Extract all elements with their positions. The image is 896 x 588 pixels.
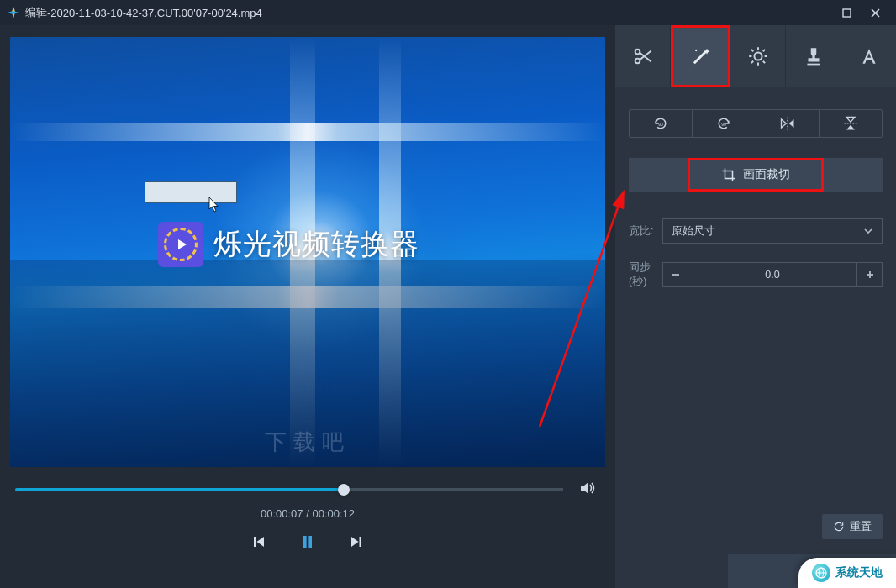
title-app: 编辑 bbox=[25, 5, 47, 20]
desktop-textbox bbox=[145, 181, 237, 203]
sync-increase-button[interactable] bbox=[856, 263, 882, 286]
svg-rect-5 bbox=[254, 537, 256, 547]
svg-marker-33 bbox=[846, 118, 855, 123]
svg-line-13 bbox=[639, 53, 651, 62]
title-filename: 2020-11-03-10-42-37.CUT.00'07-00'24.mp4 bbox=[50, 7, 261, 19]
refresh-icon bbox=[833, 521, 845, 533]
svg-point-17 bbox=[754, 52, 762, 60]
svg-rect-26 bbox=[807, 64, 820, 66]
aspect-value: 原始尺寸 bbox=[672, 224, 715, 239]
sync-stepper[interactable]: 0.0 bbox=[662, 262, 883, 287]
svg-line-15 bbox=[693, 51, 705, 63]
svg-text:90: 90 bbox=[658, 122, 663, 127]
rotate-ccw-icon: 90 bbox=[651, 115, 670, 132]
tab-text[interactable] bbox=[841, 25, 896, 87]
rotate-right-button[interactable]: 90 bbox=[693, 110, 756, 137]
mouse-cursor-icon bbox=[208, 197, 220, 213]
timeline-slider[interactable] bbox=[15, 488, 563, 491]
svg-line-24 bbox=[751, 61, 752, 63]
svg-point-11 bbox=[635, 50, 640, 55]
svg-rect-8 bbox=[308, 536, 312, 548]
time-display: 00:00:07 / 00:00:12 bbox=[0, 502, 615, 523]
tool-tabs bbox=[615, 25, 896, 87]
magic-wand-icon bbox=[689, 45, 713, 68]
flip-horizontal-button[interactable] bbox=[756, 110, 820, 137]
svg-rect-10 bbox=[360, 537, 362, 547]
svg-line-25 bbox=[762, 50, 764, 51]
stamp-icon bbox=[803, 45, 825, 67]
svg-marker-31 bbox=[788, 119, 793, 128]
time-total: 00:00:12 bbox=[312, 507, 355, 520]
rotate-left-button[interactable]: 90 bbox=[630, 110, 693, 137]
aspect-select[interactable]: 原始尺寸 bbox=[662, 218, 883, 244]
site-watermark-badge: 系统天地 bbox=[798, 558, 896, 588]
crop-button[interactable]: 画面裁切 bbox=[629, 158, 883, 192]
tab-cut[interactable] bbox=[615, 25, 671, 87]
svg-marker-34 bbox=[846, 125, 855, 130]
tools-panel: 90 90 画面裁切 宽比: 原始尺寸 bbox=[615, 25, 896, 588]
chevron-down-icon bbox=[863, 226, 873, 236]
svg-marker-1 bbox=[8, 11, 19, 14]
svg-line-23 bbox=[762, 61, 764, 63]
prev-frame-button[interactable] bbox=[247, 530, 271, 554]
next-frame-button[interactable] bbox=[345, 530, 368, 554]
reset-button[interactable]: 重置 bbox=[822, 514, 883, 539]
svg-rect-2 bbox=[843, 9, 851, 17]
tab-brightness[interactable] bbox=[730, 25, 786, 87]
badge-text: 系统天地 bbox=[835, 565, 883, 580]
overlay-app-brand: 烁光视频转换器 bbox=[158, 222, 419, 267]
svg-line-14 bbox=[639, 51, 651, 60]
svg-marker-9 bbox=[351, 537, 359, 547]
video-preview[interactable]: 烁光视频转换器 下载吧 bbox=[10, 37, 605, 467]
sync-value: 0.0 bbox=[688, 269, 856, 281]
plus-icon bbox=[865, 270, 875, 280]
sync-label: 同步(秒) bbox=[629, 260, 662, 289]
timeline-knob[interactable] bbox=[338, 484, 350, 496]
app-logo-icon bbox=[7, 6, 20, 19]
flip-horizontal-icon bbox=[778, 115, 797, 132]
svg-point-12 bbox=[635, 59, 640, 64]
svg-text:90: 90 bbox=[722, 122, 727, 127]
text-icon bbox=[858, 45, 880, 67]
svg-marker-30 bbox=[781, 119, 786, 128]
svg-point-16 bbox=[695, 50, 697, 51]
flip-vertical-button[interactable] bbox=[820, 110, 882, 137]
svg-line-22 bbox=[751, 50, 752, 51]
badge-globe-icon bbox=[812, 564, 830, 582]
preview-watermark: 下载吧 bbox=[265, 428, 350, 457]
aspect-label: 宽比: bbox=[629, 224, 662, 239]
sync-decrease-button[interactable] bbox=[663, 263, 688, 286]
tab-effects[interactable] bbox=[671, 25, 730, 87]
time-current: 00:00:07 bbox=[261, 507, 303, 520]
preview-panel: 烁光视频转换器 下载吧 00:00:07 / 00:00:12 bbox=[0, 25, 615, 588]
flip-vertical-icon bbox=[841, 115, 860, 132]
tab-watermark[interactable] bbox=[786, 25, 841, 87]
minus-icon bbox=[671, 270, 681, 280]
transform-buttons: 90 90 bbox=[629, 109, 883, 138]
titlebar: 编辑 - 2020-11-03-10-42-37.CUT.00'07-00'24… bbox=[0, 0, 896, 25]
reset-label: 重置 bbox=[850, 519, 872, 534]
pause-button[interactable] bbox=[296, 530, 319, 554]
volume-icon[interactable] bbox=[580, 480, 597, 499]
rotate-cw-icon: 90 bbox=[714, 115, 733, 132]
window-maximize-button[interactable] bbox=[832, 1, 861, 24]
annotation-crop-highlight bbox=[688, 158, 824, 192]
overlay-app-logo-icon bbox=[158, 222, 203, 267]
brightness-icon bbox=[747, 45, 769, 67]
svg-marker-6 bbox=[257, 537, 265, 547]
window-close-button[interactable] bbox=[861, 1, 889, 24]
svg-rect-7 bbox=[303, 536, 307, 548]
scissors-icon bbox=[632, 45, 654, 67]
overlay-app-name: 烁光视频转换器 bbox=[213, 225, 419, 264]
